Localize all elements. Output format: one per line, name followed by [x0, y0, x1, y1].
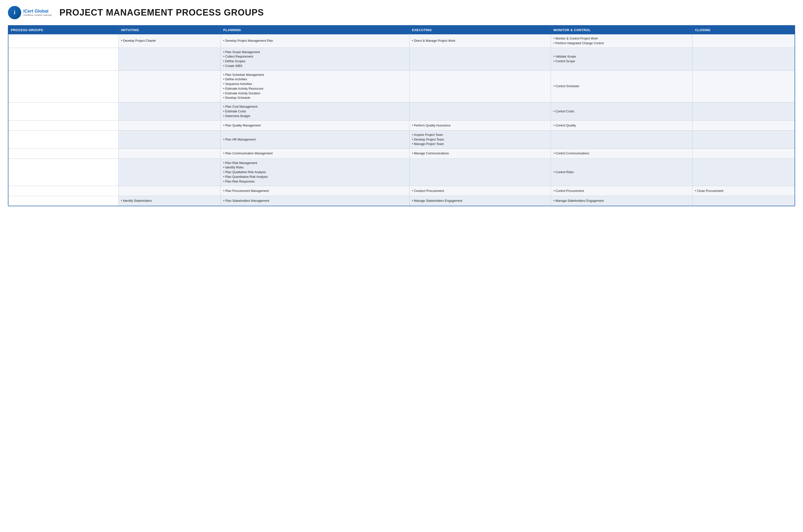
table-row: Project Stakeholder Management• Identify…: [8, 196, 795, 206]
process-cell: Project Cost Management: [8, 102, 118, 120]
logo-brand: iCert Global: [23, 9, 52, 14]
page-header: i iCert Global Anywhere, Anytime Learnin…: [8, 6, 795, 19]
process-cell: Project Scope Management: [8, 48, 118, 70]
cell-executing: • Conduct Procurement: [409, 186, 551, 196]
cell-monitor: • Validate Scope • Control Scope: [551, 48, 693, 70]
cell-closing: [692, 48, 795, 70]
cell-monitor: • Monitor & Control Project Work • Perfo…: [551, 34, 693, 48]
cell-initiating: [118, 130, 221, 148]
cell-closing: [692, 120, 795, 131]
table-row: Project Quality Management• Plan Quality…: [8, 120, 795, 131]
cell-closing: [692, 70, 795, 102]
cell-initiating: [118, 149, 221, 159]
cell-executing: • Acquire Project Team • Develop Project…: [409, 130, 551, 148]
process-cell: Project Integration Management: [8, 34, 118, 48]
table-row: Project Risk Management• Plan Risk Manag…: [8, 158, 795, 186]
col-header-initiating: INITIATING: [118, 26, 221, 34]
process-cell: Project Procurement Management: [8, 186, 118, 196]
cell-monitor: • Control Costs: [551, 102, 693, 120]
process-cell: Project Quality Management: [8, 120, 118, 131]
table-row: Project Communication Management• Plan C…: [8, 149, 795, 159]
page-title: PROJECT MANAGEMENT PROCESS GROUPS: [59, 7, 264, 18]
cell-planning: • Plan Stakeholders Management: [221, 196, 409, 206]
cell-monitor: • Control Schedule: [551, 70, 693, 102]
logo-icon: i: [8, 6, 21, 19]
table-row: Project Integration Management• Develop …: [8, 34, 795, 48]
cell-monitor: [551, 130, 693, 148]
table-row: Project Time Management• Plan Schedule M…: [8, 70, 795, 102]
cell-planning: • Develop Project Management Plan: [221, 34, 409, 48]
cell-monitor: • Control Risks: [551, 158, 693, 186]
process-groups-table: PROCESS GROUPSINITIATINGPLANNINGEXECUTIN…: [8, 26, 795, 206]
cell-executing: [409, 48, 551, 70]
cell-executing: [409, 158, 551, 186]
cell-closing: [692, 196, 795, 206]
table-row: Project HR Management• Plan HR Managemen…: [8, 130, 795, 148]
cell-initiating: [118, 102, 221, 120]
cell-closing: • Close Procurement: [692, 186, 795, 196]
col-header-planning: PLANNING: [221, 26, 409, 34]
cell-planning: • Plan Procurement Management: [221, 186, 409, 196]
cell-monitor: • Control Communications: [551, 149, 693, 159]
logo-area: i iCert Global Anywhere, Anytime Learnin…: [8, 6, 52, 19]
table-row: Project Scope Management• Plan Scope Man…: [8, 48, 795, 70]
cell-planning: • Plan Cost Management • Estimate Costs …: [221, 102, 409, 120]
cell-closing: [692, 158, 795, 186]
cell-executing: • Direct & Manage Project Work: [409, 34, 551, 48]
cell-planning: • Plan Quality Management: [221, 120, 409, 131]
cell-planning: • Plan Scope Management • Collect Requir…: [221, 48, 409, 70]
cell-closing: [692, 130, 795, 148]
cell-initiating: [118, 186, 221, 196]
cell-monitor: • Control Quality: [551, 120, 693, 131]
cell-closing: [692, 102, 795, 120]
table-row: Project Cost Management• Plan Cost Manag…: [8, 102, 795, 120]
col-header-process-groups: PROCESS GROUPS: [8, 26, 118, 34]
cell-executing: [409, 70, 551, 102]
cell-planning: • Plan Schedule Management • Define Acti…: [221, 70, 409, 102]
process-cell: Project Communication Management: [8, 149, 118, 159]
cell-initiating: • Identify Stakeholders: [118, 196, 221, 206]
cell-executing: • Manage Communications: [409, 149, 551, 159]
process-cell: Project HR Management: [8, 130, 118, 148]
process-cell: Project Stakeholder Management: [8, 196, 118, 206]
col-header-closing: CLOSING: [692, 26, 795, 34]
cell-executing: [409, 102, 551, 120]
cell-closing: [692, 149, 795, 159]
cell-planning: • Plan Risk Management • Identify Risks …: [221, 158, 409, 186]
cell-executing: • Perform Quality Assurance: [409, 120, 551, 131]
table-row: Project Procurement Management• Plan Pro…: [8, 186, 795, 196]
cell-initiating: [118, 120, 221, 131]
process-cell: Project Risk Management: [8, 158, 118, 186]
process-cell: Project Time Management: [8, 70, 118, 102]
cell-executing: • Manage Stakeholders Engagement: [409, 196, 551, 206]
cell-closing: [692, 34, 795, 48]
col-header-monitor---control: MONITOR & CONTROL: [551, 26, 693, 34]
table-header-row: PROCESS GROUPSINITIATINGPLANNINGEXECUTIN…: [8, 26, 795, 34]
main-table-wrapper: PROCESS GROUPSINITIATINGPLANNINGEXECUTIN…: [8, 25, 795, 206]
cell-monitor: • Control Procurement: [551, 186, 693, 196]
logo-tagline: Anywhere, Anytime Learning: [23, 14, 52, 17]
logo-text: iCert Global Anywhere, Anytime Learning: [23, 9, 52, 17]
cell-monitor: • Manage Stakeholders Engagement: [551, 196, 693, 206]
cell-initiating: [118, 158, 221, 186]
cell-initiating: • Develop Project Charter: [118, 34, 221, 48]
col-header-executing: EXECUTING: [409, 26, 551, 34]
cell-initiating: [118, 70, 221, 102]
cell-planning: • Plan Communication Management: [221, 149, 409, 159]
cell-planning: • Plan HR Management: [221, 130, 409, 148]
cell-initiating: [118, 48, 221, 70]
